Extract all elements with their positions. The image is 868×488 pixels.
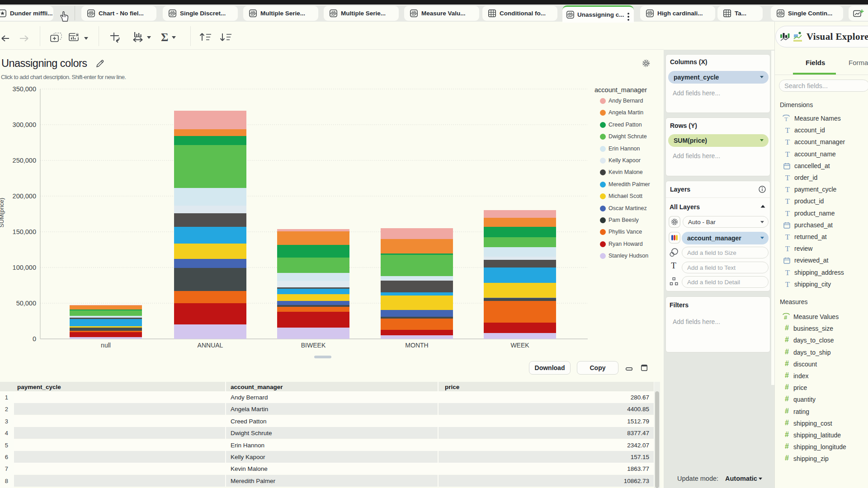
svg-text:200,000: 200,000 (13, 192, 36, 200)
svg-text:Σ: Σ (161, 31, 168, 43)
svg-text:150,000: 150,000 (13, 228, 36, 235)
svg-text:50,000: 50,000 (16, 300, 36, 307)
svg-text:250,000: 250,000 (13, 157, 36, 164)
svg-text:WEEK: WEEK (510, 342, 529, 349)
svg-text:0: 0 (33, 335, 36, 343)
svg-text:T: T (784, 116, 788, 122)
svg-text:#: # (784, 314, 788, 321)
svg-text:350,000: 350,000 (13, 85, 36, 93)
svg-text:null: null (101, 342, 111, 349)
svg-text:100,000: 100,000 (13, 264, 36, 271)
svg-text:ANNUAL: ANNUAL (198, 342, 223, 349)
svg-text:MONTH: MONTH (405, 342, 428, 349)
svg-text:BIWEEK: BIWEEK (301, 342, 326, 349)
svg-text:300,000: 300,000 (13, 121, 36, 128)
